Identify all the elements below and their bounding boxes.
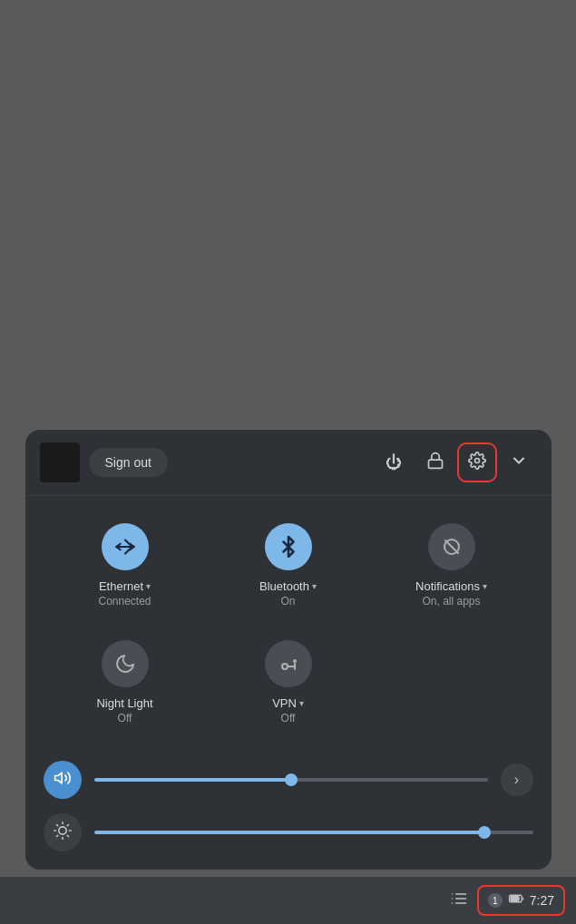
brightness-slider[interactable] bbox=[94, 831, 533, 834]
svg-line-13 bbox=[56, 824, 57, 825]
panel-wrapper: Sign out ⏻ bbox=[0, 0, 576, 924]
taskbar: 1 7:27 bbox=[0, 877, 576, 924]
chevron-down-icon bbox=[510, 452, 528, 474]
settings-icon bbox=[468, 452, 486, 474]
notification-badge: 1 bbox=[488, 893, 503, 908]
vpn-tile[interactable]: VPN ▾ Off bbox=[207, 627, 370, 737]
lock-icon bbox=[426, 452, 444, 474]
svg-point-10 bbox=[58, 826, 65, 833]
ethernet-sublabel: Connected bbox=[98, 595, 151, 608]
svg-point-1 bbox=[474, 458, 479, 462]
taskbar-status-area[interactable]: 1 7:27 bbox=[477, 885, 565, 916]
ethernet-dropdown-arrow: ▾ bbox=[146, 581, 151, 591]
lock-button[interactable] bbox=[417, 444, 454, 481]
svg-point-8 bbox=[293, 659, 297, 663]
svg-line-17 bbox=[56, 835, 57, 836]
svg-rect-27 bbox=[511, 897, 519, 901]
volume-icon bbox=[54, 769, 72, 792]
vpn-dropdown-arrow: ▾ bbox=[299, 698, 304, 708]
sign-out-button[interactable]: Sign out bbox=[89, 448, 168, 477]
volume-icon-button[interactable] bbox=[44, 761, 82, 799]
power-icon: ⏻ bbox=[386, 453, 402, 472]
notifications-tile[interactable]: Notifications ▾ On, all apps bbox=[370, 511, 533, 620]
notifications-icon-circle bbox=[428, 523, 475, 570]
vpn-label: VPN ▾ bbox=[272, 696, 304, 710]
brightness-icon-button[interactable] bbox=[44, 813, 82, 851]
brightness-slider-row bbox=[44, 813, 533, 851]
chevron-down-button[interactable] bbox=[501, 444, 537, 481]
empty-tile bbox=[370, 627, 533, 737]
bluetooth-sublabel: On bbox=[280, 595, 295, 608]
notifications-label: Notifications ▾ bbox=[415, 579, 487, 593]
taskbar-battery-icon bbox=[508, 890, 524, 910]
volume-expand-button[interactable]: › bbox=[501, 764, 533, 796]
ethernet-label: Ethernet ▾ bbox=[99, 579, 151, 593]
expand-icon: › bbox=[514, 772, 519, 788]
tiles-grid-row1: Ethernet ▾ Connected Bluetooth ▾ On bbox=[25, 496, 552, 627]
bluetooth-label: Bluetooth ▾ bbox=[259, 579, 317, 593]
nightlight-tile[interactable]: Night Light Off bbox=[44, 627, 207, 737]
tiles-grid-row2: Night Light Off VPN ▾ O bbox=[25, 627, 552, 752]
notifications-sublabel: On, all apps bbox=[422, 595, 480, 608]
nightlight-sublabel: Off bbox=[118, 712, 132, 725]
bluetooth-icon-circle bbox=[265, 523, 312, 570]
svg-rect-0 bbox=[428, 460, 442, 468]
settings-button[interactable] bbox=[459, 444, 495, 481]
svg-marker-9 bbox=[54, 773, 61, 783]
ethernet-icon-circle bbox=[102, 523, 149, 570]
vpn-icon-circle bbox=[265, 640, 312, 687]
volume-slider-row: › bbox=[44, 761, 533, 799]
bluetooth-dropdown-arrow: ▾ bbox=[312, 581, 317, 591]
music-icon bbox=[450, 890, 468, 912]
nightlight-icon-circle bbox=[102, 640, 149, 687]
taskbar-time: 7:27 bbox=[530, 893, 554, 908]
avatar bbox=[40, 443, 80, 482]
notification-count: 1 bbox=[493, 896, 498, 906]
nightlight-label: Night Light bbox=[96, 696, 152, 710]
svg-line-6 bbox=[445, 540, 458, 553]
volume-slider[interactable] bbox=[94, 778, 488, 782]
header-row: Sign out ⏻ bbox=[25, 430, 552, 496]
sliders-section: › bbox=[25, 752, 552, 870]
brightness-icon bbox=[54, 822, 72, 844]
header-icons: ⏻ bbox=[376, 444, 537, 481]
bluetooth-tile[interactable]: Bluetooth ▾ On bbox=[207, 511, 370, 620]
ethernet-tile[interactable]: Ethernet ▾ Connected bbox=[44, 511, 207, 620]
quick-settings-panel: Sign out ⏻ bbox=[25, 430, 552, 870]
vpn-sublabel: Off bbox=[281, 712, 296, 725]
power-button[interactable]: ⏻ bbox=[376, 444, 412, 481]
svg-line-14 bbox=[67, 835, 68, 836]
notifications-dropdown-arrow: ▾ bbox=[483, 581, 487, 591]
svg-line-18 bbox=[67, 824, 68, 825]
